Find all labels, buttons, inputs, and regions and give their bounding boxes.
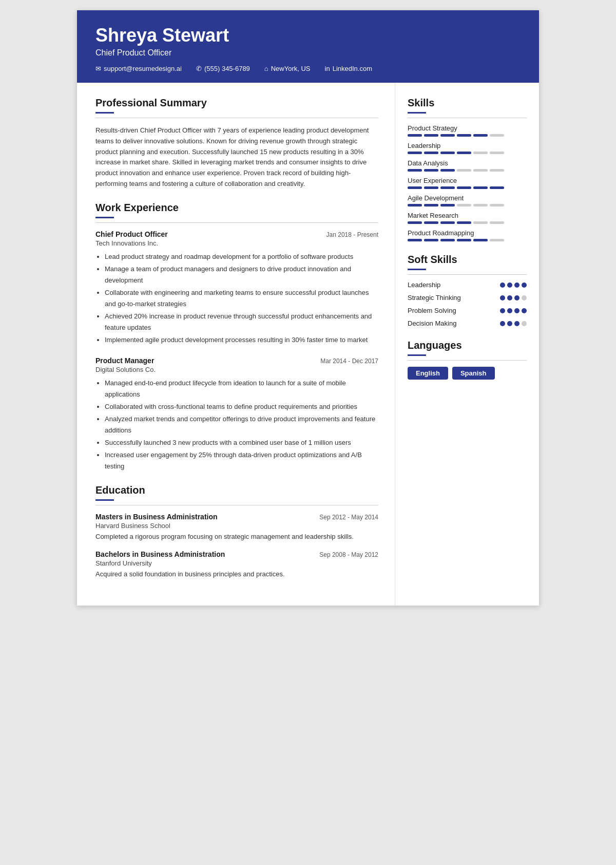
edu-2-school: Stanford University	[95, 559, 378, 567]
linkedin-contact[interactable]: in LinkedIn.com	[325, 65, 372, 72]
skill-segment-5-4	[473, 221, 488, 224]
job-2-company: Digital Solutions Co.	[95, 366, 378, 373]
edu-1-header: Masters in Business Administration Sep 2…	[95, 513, 378, 521]
skill-segment-2-5	[490, 169, 504, 172]
soft-skill-item-2: Problem Solving	[408, 307, 527, 314]
header-section: Shreya Stewart Chief Product Officer ✉ s…	[77, 10, 539, 83]
dot-3-3	[522, 321, 527, 326]
skill-segment-2-4	[473, 169, 488, 172]
location-icon: ⌂	[264, 65, 268, 72]
skill-segment-0-2	[440, 134, 455, 137]
skill-item-0: Product Strategy	[408, 124, 527, 137]
summary-hr	[95, 118, 378, 118]
education-divider	[95, 499, 114, 501]
skill-bar-2	[408, 169, 527, 172]
right-column: Skills Product StrategyLeadershipData An…	[395, 83, 539, 606]
soft-skill-item-3: Decision Making	[408, 319, 527, 327]
email-contact: ✉ support@resumedesign.ai	[95, 65, 182, 72]
dot-2-1	[507, 308, 512, 313]
education-heading: Education	[95, 484, 378, 496]
skill-name-3: User Experience	[408, 177, 527, 184]
education-section: Education Masters in Business Administra…	[95, 484, 378, 579]
location-contact: ⌂ NewYork, US	[264, 65, 311, 72]
skill-segment-0-1	[424, 134, 438, 137]
skill-segment-4-3	[457, 204, 471, 206]
skill-name-2: Data Analysis	[408, 159, 527, 167]
job-1-title: Chief Product Officer	[95, 230, 168, 238]
dot-0-2	[514, 283, 519, 288]
skill-segment-6-0	[408, 239, 422, 241]
skill-segment-4-5	[490, 204, 504, 206]
main-content: Professional Summary Results-driven Chie…	[77, 83, 539, 606]
job-1-dates: Jan 2018 - Present	[326, 231, 378, 238]
job-2-bullet-3: Analyzed market trends and competitor of…	[105, 413, 378, 436]
dot-1-2	[514, 295, 519, 300]
candidate-name: Shreya Stewart	[95, 25, 521, 46]
job-2-bullet-4: Successfully launched 3 new products wit…	[105, 437, 378, 448]
edu-1-desc: Completed a rigorous program focusing on…	[95, 532, 378, 542]
skill-segment-1-0	[408, 152, 422, 154]
dot-3-0	[500, 321, 505, 326]
job-1-bullet-1: Lead product strategy and roadmap develo…	[105, 251, 378, 262]
job-2-bullet-5: Increased user engagement by 25% through…	[105, 449, 378, 472]
skill-bar-6	[408, 239, 527, 241]
work-experience-section: Work Experience Chief Product Officer Ja…	[95, 202, 378, 473]
skill-segment-4-4	[473, 204, 488, 206]
skill-segment-2-0	[408, 169, 422, 172]
soft-skills-heading: Soft Skills	[408, 254, 527, 266]
languages-heading: Languages	[408, 340, 527, 351]
edu-2-desc: Acquired a solid foundation in business …	[95, 569, 378, 579]
skills-section: Skills Product StrategyLeadershipData An…	[408, 97, 527, 241]
education-hr	[95, 505, 378, 505]
job-1: Chief Product Officer Jan 2018 - Present…	[95, 230, 378, 346]
language-tag-1: Spanish	[452, 367, 495, 380]
skill-segment-5-3	[457, 221, 471, 224]
summary-text: Results-driven Chief Product Officer wit…	[95, 125, 378, 190]
job-1-bullet-4: Achieved 20% increase in product revenue…	[105, 311, 378, 333]
dots-2	[500, 308, 527, 313]
job-2-header: Product Manager Mar 2014 - Dec 2017	[95, 356, 378, 365]
resume-container: Shreya Stewart Chief Product Officer ✉ s…	[77, 10, 539, 606]
job-1-bullet-2: Manage a team of product managers and de…	[105, 264, 378, 286]
skill-name-6: Product Roadmapping	[408, 229, 527, 237]
skill-segment-6-1	[424, 239, 438, 241]
job-1-bullet-5: Implemented agile product development pr…	[105, 334, 378, 346]
skill-segment-2-3	[457, 169, 471, 172]
skill-name-4: Agile Development	[408, 194, 527, 202]
soft-skill-item-0: Leadership	[408, 281, 527, 289]
soft-skills-section: Soft Skills LeadershipStrategic Thinking…	[408, 254, 527, 327]
dot-2-3	[522, 308, 527, 313]
skill-bar-3	[408, 186, 527, 189]
job-1-header: Chief Product Officer Jan 2018 - Present	[95, 230, 378, 238]
skill-segment-4-0	[408, 204, 422, 206]
dots-1	[500, 295, 527, 300]
skill-segment-3-3	[457, 186, 471, 189]
dot-0-1	[507, 283, 512, 288]
skills-list: Product StrategyLeadershipData AnalysisU…	[408, 124, 527, 241]
job-2-dates: Mar 2014 - Dec 2017	[320, 358, 378, 365]
skill-segment-1-2	[440, 152, 455, 154]
skill-name-5: Market Research	[408, 212, 527, 219]
skill-segment-6-5	[490, 239, 504, 241]
skill-segment-6-2	[440, 239, 455, 241]
dot-1-3	[522, 295, 527, 300]
skill-segment-1-3	[457, 152, 471, 154]
job-1-bullets: Lead product strategy and roadmap develo…	[95, 251, 378, 346]
edu-1-dates: Sep 2012 - May 2014	[319, 514, 378, 521]
skill-segment-0-4	[473, 134, 488, 137]
languages-divider	[408, 354, 426, 356]
skill-segment-2-2	[440, 169, 455, 172]
skill-name-0: Product Strategy	[408, 124, 527, 132]
work-divider	[95, 217, 114, 218]
languages-hr	[408, 360, 527, 361]
dot-1-1	[507, 295, 512, 300]
soft-skills-list: LeadershipStrategic ThinkingProblem Solv…	[408, 281, 527, 327]
skill-item-4: Agile Development	[408, 194, 527, 206]
skill-segment-1-4	[473, 152, 488, 154]
contact-info: ✉ support@resumedesign.ai ✆ (555) 345-67…	[95, 65, 521, 72]
dot-0-3	[522, 283, 527, 288]
skill-segment-3-5	[490, 186, 504, 189]
edu-2-dates: Sep 2008 - May 2012	[319, 551, 378, 558]
skill-bar-5	[408, 221, 527, 224]
skill-segment-5-5	[490, 221, 504, 224]
